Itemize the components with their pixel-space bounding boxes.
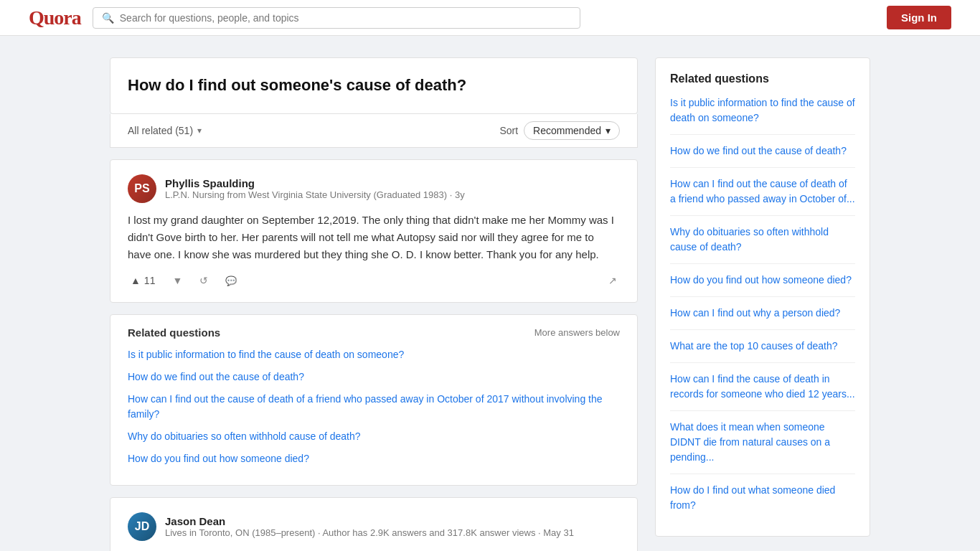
search-bar[interactable]: 🔍 [93,7,580,29]
sidebar-link[interactable]: How do I find out what someone died from… [670,483,855,513]
sidebar-divider [670,474,855,474]
more-answers-label: More answers below [534,327,620,338]
related-link[interactable]: How do we find out the cause of death? [128,369,620,385]
sidebar-link[interactable]: Is it public information to find the cau… [670,95,855,126]
comment-icon [225,275,237,286]
related-link[interactable]: How can I find out the cause of death of… [128,392,620,422]
chevron-down-icon: ▾ [606,125,611,136]
related-link[interactable]: Is it public information to find the cau… [128,347,620,362]
main-column: How do I find out someone's cause of dea… [110,57,638,551]
downvote-button[interactable] [169,273,185,288]
sidebar-link[interactable]: How can I find out why a person died? [670,306,855,321]
sidebar-divider [670,329,855,330]
sidebar-divider [670,167,855,168]
question-title: How do I find out someone's cause of dea… [128,75,620,96]
answer-author: JD Jason Dean Lives in Toronto, ON (1985… [128,512,620,541]
search-icon: 🔍 [102,12,114,24]
question-title-card: How do I find out someone's cause of dea… [110,57,638,114]
comment-button[interactable] [222,273,240,288]
sidebar-divider [670,296,855,297]
sidebar-link[interactable]: How do we find out the cause of death? [670,143,855,159]
answer-card: PS Phyllis Spaulding L.P.N. Nursing from… [110,159,638,303]
all-related-label: All related (51) [128,125,193,136]
answer-card: JD Jason Dean Lives in Toronto, ON (1985… [110,497,638,551]
sidebar-link[interactable]: What are the top 10 causes of death? [670,339,855,354]
sidebar-divider [670,134,855,135]
sidebar-title: Related questions [670,72,855,85]
author-name: Jason Dean [165,515,620,527]
related-inline-card: Related questions More answers below Is … [110,314,638,486]
related-questions-title: Related questions [128,326,220,339]
answer-author: PS Phyllis Spaulding L.P.N. Nursing from… [128,174,620,203]
upvote-icon [131,275,141,286]
sort-label: Sort [499,125,518,136]
sidebar: Related questions Is it public informati… [655,57,870,551]
header: Quora 🔍 Sign In [0,0,980,36]
related-inline-header: Related questions More answers below [128,326,620,339]
filter-bar: All related (51) ▾ Sort Recommended ▾ [110,114,638,148]
retry-icon [199,275,208,286]
sidebar-card: Related questions Is it public informati… [655,57,870,537]
sidebar-link[interactable]: What does it mean when someone DIDNT die… [670,420,855,465]
author-info: Phyllis Spaulding L.P.N. Nursing from We… [165,177,620,200]
recommended-label: Recommended [533,125,601,136]
author-meta: Lives in Toronto, ON (1985–present) · Au… [165,527,620,538]
upvote-button[interactable]: 11 [128,273,158,288]
avatar: JD [128,512,156,541]
sidebar-link[interactable]: How do you find out how someone died? [670,273,855,288]
sidebar-divider [670,362,855,363]
page-content: How do I find out someone's cause of dea… [95,36,885,551]
retry-button[interactable] [197,273,211,288]
author-name: Phyllis Spaulding [165,177,620,189]
sidebar-divider [670,410,855,411]
avatar: PS [128,174,156,203]
author-info: Jason Dean Lives in Toronto, ON (1985–pr… [165,515,620,538]
sort-area: Sort Recommended ▾ [499,121,620,140]
quora-logo: Quora [29,6,81,29]
sidebar-divider [670,263,855,264]
downvote-icon [172,275,182,286]
sidebar-link[interactable]: How can I find the cause of death in rec… [670,372,855,402]
sign-in-button[interactable]: Sign In [887,6,951,29]
related-link[interactable]: Why do obituaries so often withhold caus… [128,429,620,444]
share-button[interactable] [606,273,620,288]
answer-text: I lost my grand daughter on September 12… [128,212,620,263]
chevron-down-icon: ▾ [197,126,202,136]
all-related-dropdown[interactable]: All related (51) ▾ [128,125,202,136]
sidebar-divider [670,215,855,216]
sidebar-link[interactable]: How can I find out the cause of death of… [670,176,855,207]
sidebar-link[interactable]: Why do obituaries so often withhold caus… [670,225,855,255]
recommended-dropdown[interactable]: Recommended ▾ [524,121,620,140]
share-icon [608,275,617,286]
answer-actions: 11 [128,273,620,288]
author-meta: L.P.N. Nursing from West Virginia State … [165,189,620,200]
related-link[interactable]: How do you find out how someone died? [128,451,620,466]
search-input[interactable] [120,12,571,24]
upvote-count: 11 [144,275,156,286]
